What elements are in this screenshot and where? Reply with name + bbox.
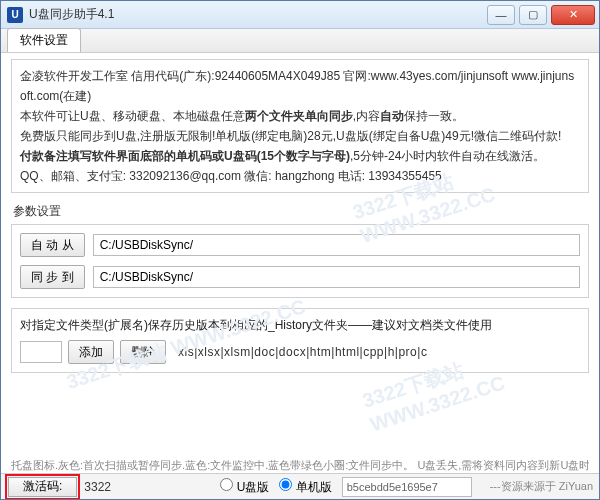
maximize-button[interactable]: ▢ [519, 5, 547, 25]
tab-settings[interactable]: 软件设置 [7, 28, 81, 52]
auto-from-path-input[interactable] [93, 234, 580, 256]
close-button[interactable]: ✕ [551, 5, 595, 25]
params-box: 自 动 从 同 步 到 [11, 224, 589, 298]
version-radio-group: U盘版 单机版 ---资源来源于 ZiYuan [220, 477, 593, 497]
del-ext-button[interactable]: 删除 [120, 340, 166, 364]
params-label: 参数设置 [13, 203, 589, 220]
activate-highlight: 激活码: [5, 474, 80, 500]
info-line-2: 本软件可让U盘、移动硬盘、本地磁盘任意两个文件夹单向同步,内容自动保持一致。 [20, 106, 580, 126]
ext-input[interactable] [20, 341, 62, 363]
tab-bar: 软件设置 [1, 29, 599, 53]
auto-from-button[interactable]: 自 动 从 [20, 233, 85, 257]
content-area: 金凌软件开发工作室 信用代码(广东):92440605MA4X049J85 官网… [1, 53, 599, 499]
info-line-3: 免费版只能同步到U盘,注册版无限制!单机版(绑定电脑)28元,U盘版(绑定自备U… [20, 126, 580, 146]
radio-u-disk[interactable]: U盘版 [220, 478, 269, 496]
machine-code-input[interactable] [342, 477, 472, 497]
window-title: U盘同步助手4.1 [29, 6, 114, 23]
info-line-5: QQ、邮箱、支付宝: 332092136@qq.com 微信: hangzhon… [20, 166, 580, 186]
source-credit: ---资源来源于 ZiYuan [490, 479, 593, 494]
info-line-1: 金凌软件开发工作室 信用代码(广东):92440605MA4X049J85 官网… [20, 66, 580, 106]
ext-list: xls|xlsx|xlsm|doc|docx|htm|html|cpp|h|pr… [178, 345, 427, 359]
status-bar: 激活码: 3322 U盘版 单机版 ---资源来源于 ZiYuan [1, 473, 599, 499]
minimize-button[interactable]: — [487, 5, 515, 25]
app-icon: U [7, 7, 23, 23]
titlebar: U U盘同步助手4.1 — ▢ ✕ [1, 1, 599, 29]
row-auto-from: 自 动 从 [20, 233, 580, 257]
radio-pc[interactable]: 单机版 [279, 478, 331, 496]
sn-text: 3322 [84, 480, 111, 494]
sync-to-button[interactable]: 同 步 到 [20, 265, 85, 289]
history-controls: 添加 删除 xls|xlsx|xlsm|doc|docx|htm|html|cp… [20, 340, 580, 364]
add-ext-button[interactable]: 添加 [68, 340, 114, 364]
legend-text: 托盘图标.灰色:首次扫描或暂停同步.蓝色:文件监控中.蓝色带绿色小圈:文件同步中… [11, 458, 589, 473]
info-line-4: 付款备注填写软件界面底部的单机码或U盘码(15个数字与字母),5分钟-24小时内… [20, 146, 580, 166]
activate-button[interactable]: 激活码: [8, 477, 77, 497]
app-window: U U盘同步助手4.1 — ▢ ✕ 软件设置 金凌软件开发工作室 信用代码(广东… [0, 0, 600, 500]
info-box: 金凌软件开发工作室 信用代码(广东):92440605MA4X049J85 官网… [11, 59, 589, 193]
history-box: 对指定文件类型(扩展名)保存历史版本到相应的_History文件夹——建议对文档… [11, 308, 589, 373]
sync-to-path-input[interactable] [93, 266, 580, 288]
row-sync-to: 同 步 到 [20, 265, 580, 289]
window-controls: — ▢ ✕ [487, 5, 599, 25]
history-desc: 对指定文件类型(扩展名)保存历史版本到相应的_History文件夹——建议对文档… [20, 317, 580, 334]
